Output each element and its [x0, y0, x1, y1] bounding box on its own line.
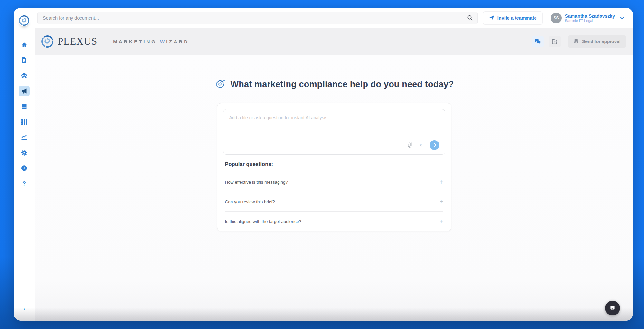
document-icon: [21, 57, 27, 63]
main-content: What marketing compliance help do you ne…: [35, 55, 633, 321]
user-menu[interactable]: SS Samantha Szadovszky Sammie FT Legal: [548, 11, 628, 25]
sidebar-item-settings[interactable]: [19, 147, 30, 158]
avatar-initials: SS: [554, 16, 559, 20]
sidebar-item-documents[interactable]: [19, 55, 30, 66]
layers-icon: [21, 72, 27, 79]
chevron-down-icon: [620, 17, 624, 20]
attach-file-icon[interactable]: [406, 141, 412, 149]
clear-icon[interactable]: ×: [419, 142, 422, 148]
home-icon: [21, 41, 27, 48]
avatar: SS: [551, 13, 562, 23]
divider: [105, 35, 105, 48]
popular-questions-list: How effective is this messaging? + Can y…: [225, 172, 443, 231]
question-input-box: ×: [223, 109, 445, 155]
app-window: ? › Invite a teammate: [14, 8, 633, 321]
plexus-swirl-icon: [41, 35, 54, 48]
compass-icon: [21, 165, 27, 171]
user-text: Samantha Szadovszky Sammie FT Legal: [565, 14, 615, 23]
popular-question-1-label: How effective is this messaging?: [225, 180, 288, 185]
layers-icon: [573, 38, 579, 45]
send-for-approval-label: Send for approval: [582, 39, 620, 44]
sidebar-item-explore[interactable]: [19, 163, 30, 174]
popular-question-2[interactable]: Can you review this brief? +: [225, 192, 443, 211]
chat-widget-button[interactable]: [605, 301, 620, 315]
input-actions: ×: [406, 140, 439, 150]
sidebar-item-apps[interactable]: [19, 116, 30, 127]
edit-icon: [552, 39, 558, 44]
search-bar: [37, 12, 478, 24]
hero: What marketing compliance help do you ne…: [35, 78, 633, 91]
sidebar-item-analytics[interactable]: [19, 132, 30, 143]
module-header: PLEXUS MARKETINGWIZARD: [35, 28, 633, 55]
popular-questions-title: Popular questions:: [225, 161, 443, 167]
plus-icon: +: [440, 178, 443, 186]
sidebar-item-marketing-wizard[interactable]: [19, 86, 30, 96]
popular-question-1[interactable]: How effective is this messaging? +: [225, 172, 443, 192]
search-input[interactable]: [37, 12, 478, 24]
invite-teammate-label: Invite a teammate: [497, 15, 537, 21]
send-for-approval-button[interactable]: Send for approval: [568, 35, 626, 48]
sidebar-item-layers[interactable]: [19, 70, 30, 81]
page-title: What marketing compliance help do you ne…: [231, 79, 454, 89]
popular-questions: Popular questions: How effective is this…: [217, 161, 451, 231]
ask-card: × Popular questions: How effective is th…: [217, 103, 451, 231]
sidebar-item-library[interactable]: [19, 101, 30, 112]
gear-icon: [21, 150, 27, 156]
popular-question-2-label: Can you review this brief?: [225, 199, 275, 204]
chat-bubbles-icon: [535, 39, 541, 44]
plexus-swirl-icon: [18, 15, 30, 26]
book-icon: [21, 103, 27, 110]
help-icon: ?: [22, 180, 26, 187]
sidebar-expand-button[interactable]: ›: [14, 305, 35, 312]
plexus-sparkle-icon: [214, 78, 227, 91]
plus-icon: +: [440, 218, 443, 225]
plus-icon: +: [440, 198, 443, 206]
megaphone-icon: [21, 88, 27, 94]
sidebar-item-help[interactable]: ?: [19, 178, 30, 189]
sidebar: ? ›: [14, 8, 35, 321]
plexus-logo-icon: [18, 15, 30, 26]
sidebar-item-home[interactable]: [19, 39, 30, 50]
chevron-right-icon: ›: [23, 305, 25, 312]
arrow-right-icon: [432, 143, 437, 147]
invite-teammate-button[interactable]: Invite a teammate: [483, 12, 543, 24]
brand: PLEXUS: [41, 35, 97, 48]
compose-button[interactable]: [549, 36, 561, 47]
chat-bubble-icon: [609, 305, 616, 312]
submit-button[interactable]: [430, 140, 439, 150]
grid-icon: [21, 119, 27, 125]
topbar: Invite a teammate SS Samantha Szadovszky…: [35, 8, 633, 28]
header-actions: Send for approval: [532, 35, 626, 48]
search-icon[interactable]: [467, 15, 473, 22]
user-name: Samantha Szadovszky: [565, 14, 615, 19]
sidebar-nav: ?: [14, 39, 35, 194]
brand-name: PLEXUS: [58, 36, 97, 47]
paper-plane-icon: [489, 15, 495, 21]
popular-question-3[interactable]: Is this aligned with the target audience…: [225, 211, 443, 231]
chart-line-icon: [21, 134, 27, 141]
user-subtitle: Sammie FT Legal: [565, 19, 615, 23]
popular-question-3-label: Is this aligned with the target audience…: [225, 219, 301, 224]
comments-button[interactable]: [532, 36, 544, 47]
module-title: MARKETINGWIZARD: [113, 39, 189, 44]
